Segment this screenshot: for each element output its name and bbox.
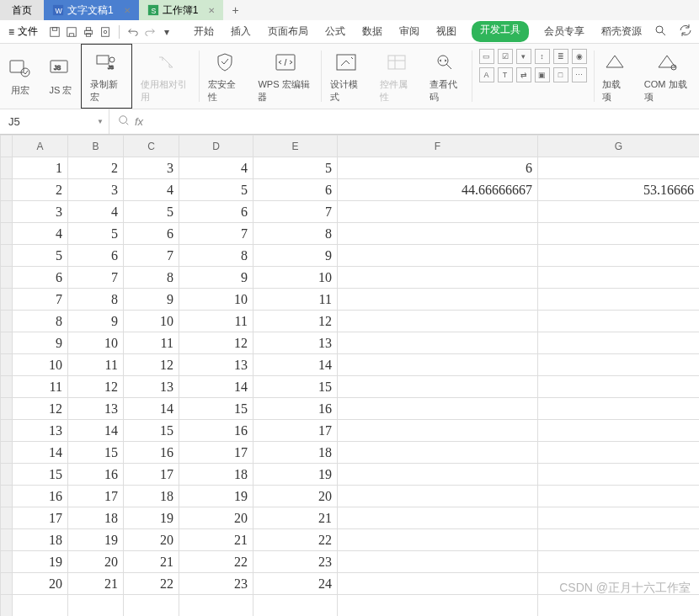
cell[interactable]: 5: [68, 223, 124, 245]
print-preview-icon[interactable]: [97, 24, 114, 40]
control-checkbox-icon[interactable]: ☑: [498, 49, 513, 64]
control-spinner-icon[interactable]: ↕: [535, 49, 550, 64]
ribbon-tab-data[interactable]: 数据: [360, 21, 384, 42]
cell[interactable]: 10: [179, 289, 253, 311]
control-radio-icon[interactable]: ◉: [572, 49, 587, 64]
row-header[interactable]: [1, 595, 13, 617]
cell[interactable]: 22: [253, 529, 338, 551]
refresh-icon[interactable]: [679, 24, 692, 40]
col-header-b[interactable]: B: [68, 135, 124, 157]
cell[interactable]: 17: [253, 420, 338, 442]
cell[interactable]: [338, 420, 538, 442]
cell[interactable]: [538, 157, 700, 179]
cell[interactable]: 6: [179, 201, 253, 223]
cell[interactable]: 8: [68, 289, 124, 311]
cell[interactable]: [68, 595, 124, 617]
wps-editor-button[interactable]: WPS 宏编辑器: [249, 44, 320, 109]
row-header[interactable]: [1, 464, 13, 486]
cell[interactable]: 10: [68, 332, 124, 354]
cell[interactable]: 2: [13, 179, 68, 201]
row-header[interactable]: [1, 486, 13, 507]
cell[interactable]: 6: [253, 179, 338, 201]
cell[interactable]: [538, 201, 700, 223]
cell[interactable]: 17: [13, 507, 68, 529]
cell[interactable]: 17: [124, 464, 179, 486]
cell[interactable]: 20: [253, 486, 338, 507]
col-header-f[interactable]: F: [338, 135, 538, 157]
cell[interactable]: 5: [179, 179, 253, 201]
cell[interactable]: [538, 267, 700, 289]
redo-icon[interactable]: [141, 24, 158, 40]
cell[interactable]: 7: [124, 245, 179, 267]
cell[interactable]: [124, 595, 179, 617]
cell[interactable]: 20: [13, 573, 68, 595]
cell[interactable]: 22: [179, 551, 253, 573]
cell[interactable]: [338, 398, 538, 420]
cell[interactable]: 3: [13, 201, 68, 223]
cell[interactable]: [338, 267, 538, 289]
cell[interactable]: 20: [179, 507, 253, 529]
cell[interactable]: 18: [124, 486, 179, 507]
cell[interactable]: 10: [13, 354, 68, 376]
record-macro-button[interactable]: JS 录制新宏: [81, 44, 132, 109]
cell[interactable]: 9: [68, 311, 124, 332]
cell[interactable]: 3: [68, 179, 124, 201]
cell[interactable]: [338, 354, 538, 376]
design-mode-button[interactable]: 设计模式: [322, 44, 371, 109]
cell[interactable]: 4: [179, 157, 253, 179]
dropdown-icon[interactable]: ▾: [158, 24, 175, 40]
cell[interactable]: 24: [253, 573, 338, 595]
cell[interactable]: [338, 464, 538, 486]
cell[interactable]: 13: [124, 376, 179, 398]
search-icon[interactable]: [654, 24, 667, 40]
row-header[interactable]: [1, 267, 13, 289]
js-macro-button[interactable]: JS JS 宏: [40, 44, 81, 109]
cell[interactable]: 15: [179, 398, 253, 420]
file-menu[interactable]: ≡ 文件: [0, 24, 46, 39]
cell[interactable]: 11: [13, 376, 68, 398]
cell[interactable]: 9: [179, 267, 253, 289]
cell[interactable]: [338, 289, 538, 311]
cell[interactable]: [338, 442, 538, 464]
col-header-g[interactable]: G: [538, 135, 700, 157]
cell[interactable]: [538, 595, 700, 617]
control-combobox-icon[interactable]: ▾: [516, 49, 531, 64]
select-all-cell[interactable]: [1, 135, 13, 157]
control-button-icon[interactable]: ▭: [479, 49, 494, 64]
cell[interactable]: 7: [13, 289, 68, 311]
cell[interactable]: 15: [253, 376, 338, 398]
cell[interactable]: 13: [13, 420, 68, 442]
row-header[interactable]: [1, 157, 13, 179]
controls-palette[interactable]: ▭ ☑ ▾ ↕ ≣ ◉ A T ⇄ ▣ □ ⋯: [472, 44, 594, 109]
control-more-icon[interactable]: ⋯: [572, 67, 587, 82]
undo-icon[interactable]: [125, 24, 141, 40]
cell[interactable]: [538, 486, 700, 507]
cell[interactable]: [538, 289, 700, 311]
cell[interactable]: 11: [253, 289, 338, 311]
cell[interactable]: 3: [124, 157, 179, 179]
formula-input[interactable]: [148, 115, 691, 128]
cell[interactable]: 10: [124, 311, 179, 332]
ribbon-tab-member[interactable]: 会员专享: [542, 21, 586, 42]
ribbon-tab-formula[interactable]: 公式: [323, 21, 347, 42]
use-macro-button[interactable]: 用宏: [0, 44, 40, 109]
cell[interactable]: [338, 376, 538, 398]
control-image-icon[interactable]: □: [553, 67, 568, 82]
cell[interactable]: [179, 595, 253, 617]
cell[interactable]: 18: [253, 442, 338, 464]
spreadsheet-grid[interactable]: A B C D E F G 1234562345644.6666666753.1…: [0, 135, 699, 616]
row-header[interactable]: [1, 507, 13, 529]
cell[interactable]: 6: [13, 267, 68, 289]
cell[interactable]: 22: [124, 573, 179, 595]
cell[interactable]: 19: [68, 529, 124, 551]
cell[interactable]: 19: [124, 507, 179, 529]
cell[interactable]: 23: [253, 551, 338, 573]
cell[interactable]: [338, 551, 538, 573]
cell[interactable]: 19: [253, 464, 338, 486]
row-header[interactable]: [1, 420, 13, 442]
cell[interactable]: [338, 332, 538, 354]
close-icon[interactable]: ✕: [124, 6, 131, 15]
cell[interactable]: 9: [253, 245, 338, 267]
cell[interactable]: 12: [179, 332, 253, 354]
tab-home[interactable]: 首页: [0, 0, 44, 20]
